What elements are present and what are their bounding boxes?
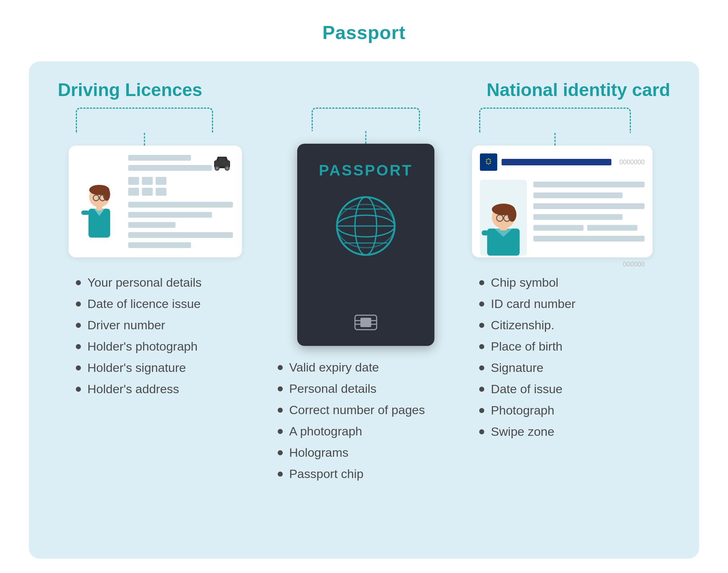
- svg-rect-15: [81, 210, 89, 215]
- bullet-icon: [278, 450, 283, 455]
- svg-rect-5: [215, 161, 229, 166]
- driving-licence-card: [69, 146, 242, 257]
- bullet-icon: [479, 344, 484, 349]
- id-blue-bar: [502, 159, 611, 165]
- feature-holder-photo: Holder's photograph: [76, 339, 260, 353]
- main-content: Driving Licences National identity card: [29, 61, 699, 559]
- page-title: Passport: [322, 22, 406, 43]
- bullet-icon: [479, 365, 484, 370]
- feature-id-photograph: Photograph: [479, 403, 663, 417]
- feature-holograms: Holograms: [278, 446, 454, 460]
- driving-licence-features: Your personal details Date of licence is…: [69, 275, 267, 403]
- feature-expiry: Valid expiry date: [278, 360, 454, 374]
- svg-rect-24: [360, 318, 371, 327]
- svg-rect-29: [482, 156, 495, 169]
- bullet-icon: [76, 280, 81, 285]
- svg-point-2: [216, 167, 218, 169]
- feature-id-number: ID card number: [479, 297, 663, 311]
- svg-point-11: [103, 188, 110, 201]
- id-number-bottom: 000000: [480, 261, 645, 268]
- licence-person-illustration: [78, 158, 121, 245]
- globe-icon: [333, 194, 398, 259]
- feature-date-of-issue: Date of issue: [479, 382, 663, 396]
- feature-holder-sig: Holder's signature: [76, 361, 260, 375]
- feature-citizenship: Citizenship.: [479, 318, 663, 332]
- bullet-icon: [278, 365, 283, 370]
- bullet-icon: [479, 408, 484, 413]
- bullet-icon: [479, 429, 484, 434]
- passport-card: PASSPORT: [297, 144, 434, 346]
- bullet-icon: [479, 301, 484, 307]
- id-details-lines: [533, 180, 645, 256]
- bullet-icon: [76, 323, 81, 328]
- bullet-icon: [479, 323, 484, 328]
- bullet-icon: [76, 387, 81, 392]
- feature-signature: Signature: [479, 361, 663, 375]
- bullet-icon: [76, 301, 81, 307]
- svg-rect-46: [482, 230, 488, 235]
- id-number-top: 0000000: [619, 159, 645, 166]
- bullet-icon: [278, 408, 283, 413]
- passport-chip-icon: [353, 313, 378, 331]
- national-id-card: 0000000: [472, 146, 653, 257]
- bullet-icon: [278, 429, 283, 434]
- bullet-icon: [479, 387, 484, 392]
- id-photo: [480, 180, 527, 256]
- national-id-heading: National identity card: [468, 79, 670, 100]
- feature-personal-details: Your personal details: [76, 275, 260, 290]
- eu-flag: [480, 153, 497, 171]
- feature-pages: Correct number of pages: [278, 403, 454, 417]
- car-icon: [211, 155, 233, 175]
- bullet-icon: [76, 365, 81, 370]
- driving-licences-heading: Driving Licences: [58, 79, 260, 100]
- passport-label: PASSPORT: [319, 162, 413, 179]
- feature-driver-number: Driver number: [76, 318, 260, 332]
- bullet-icon: [278, 386, 283, 391]
- feature-photograph: A photograph: [278, 424, 454, 438]
- feature-chip-symbol: Chip symbol: [479, 275, 663, 290]
- feature-swipe-zone: Swipe zone: [479, 425, 663, 439]
- passport-features: Valid expiry date Personal details Corre…: [267, 360, 465, 488]
- svg-point-42: [508, 207, 516, 222]
- id-body: [480, 180, 645, 256]
- feature-personal: Personal details: [278, 382, 454, 396]
- bullet-icon: [76, 344, 81, 349]
- feature-holder-address: Holder's address: [76, 382, 260, 396]
- feature-licence-issue: Date of licence issue: [76, 297, 260, 311]
- id-card-header: 0000000: [480, 153, 645, 171]
- feature-passport-chip: Passport chip: [278, 467, 454, 481]
- bullet-icon: [479, 280, 484, 285]
- bullet-icon: [278, 472, 283, 477]
- svg-rect-6: [218, 158, 226, 161]
- national-id-features: Chip symbol ID card number Citizenship. …: [472, 275, 670, 446]
- feature-place-of-birth: Place of birth: [479, 339, 663, 353]
- svg-point-4: [226, 167, 228, 169]
